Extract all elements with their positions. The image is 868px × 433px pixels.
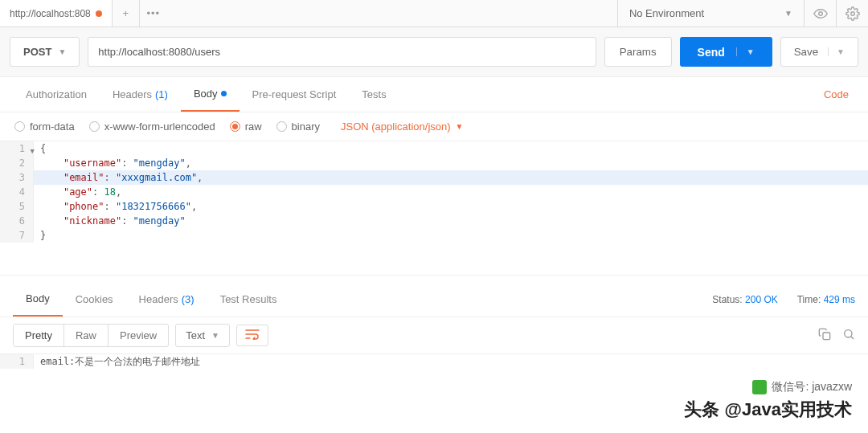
unsaved-indicator-icon	[96, 10, 102, 17]
eye-icon	[813, 6, 828, 21]
body-indicator-icon	[221, 91, 227, 96]
radio-binary[interactable]: binary	[276, 121, 320, 133]
tab-title: http://localhost:808	[10, 8, 91, 19]
request-tabs: Authorization Headers (1) Body Pre-reque…	[0, 77, 868, 112]
view-mode-group: Pretty Raw Preview	[13, 324, 169, 347]
view-pretty[interactable]: Pretty	[14, 325, 64, 346]
wrap-lines-button[interactable]	[236, 325, 268, 346]
resp-tab-headers[interactable]: Headers (3)	[126, 282, 207, 317]
copy-button[interactable]	[818, 328, 831, 344]
chevron-down-icon: ▼	[784, 9, 792, 18]
params-button[interactable]: Params	[604, 37, 672, 67]
method-label: POST	[23, 46, 51, 58]
radio-raw[interactable]: raw	[230, 121, 262, 133]
settings-button[interactable]	[836, 0, 868, 27]
chevron-down-icon: ▼	[58, 47, 66, 56]
content-type-selector[interactable]: JSON (application/json) ▼	[341, 121, 463, 133]
method-selector[interactable]: POST ▼	[10, 37, 80, 67]
response-body-editor[interactable]: 1email:不是一个合法的电子邮件地址	[0, 354, 868, 369]
top-bar: http://localhost:808 + ••• No Environmen…	[0, 0, 868, 27]
environment-label: No Environment	[629, 7, 704, 19]
search-button[interactable]	[842, 328, 855, 344]
svg-point-1	[850, 11, 854, 15]
view-preview[interactable]: Preview	[108, 325, 168, 346]
tab-overflow-button[interactable]: •••	[140, 0, 167, 27]
chevron-down-icon[interactable]: ▼	[736, 47, 755, 56]
save-button[interactable]: Save ▼	[780, 37, 858, 67]
body-type-options: form-data x-www-form-urlencoded raw bina…	[0, 112, 868, 141]
environment-selector[interactable]: No Environment ▼	[617, 0, 804, 27]
response-meta: Status: 200 OK Time: 429 ms	[712, 294, 855, 305]
request-row: POST ▼ Params Send ▼ Save ▼	[0, 27, 868, 77]
tab-headers[interactable]: Headers (1)	[100, 77, 181, 112]
resp-tab-body[interactable]: Body	[13, 282, 63, 317]
tab-authorization[interactable]: Authorization	[13, 77, 100, 112]
resp-tab-test-results[interactable]: Test Results	[207, 282, 290, 317]
radio-form-data[interactable]: form-data	[14, 121, 75, 133]
time-value: 429 ms	[824, 294, 855, 305]
copy-icon	[818, 328, 831, 341]
search-icon	[842, 328, 855, 341]
view-raw[interactable]: Raw	[64, 325, 108, 346]
tab-body[interactable]: Body	[181, 77, 240, 112]
tab-pre-request[interactable]: Pre-request Script	[240, 77, 350, 112]
save-label: Save	[794, 46, 818, 58]
status-value: 200 OK	[745, 294, 778, 305]
resp-tab-cookies[interactable]: Cookies	[63, 282, 126, 317]
gear-icon	[845, 6, 860, 21]
environment-quicklook-button[interactable]	[804, 0, 836, 27]
request-body-editor[interactable]: 1▼{ 2 "username": "mengday", 3 "email": …	[0, 141, 868, 276]
response-tabs: Body Cookies Headers (3) Test Results St…	[0, 282, 868, 317]
chevron-down-icon: ▼	[211, 331, 219, 340]
wrap-icon	[245, 329, 260, 340]
add-tab-button[interactable]: +	[113, 0, 140, 27]
svg-point-0	[818, 11, 822, 15]
svg-point-3	[845, 329, 852, 337]
code-link[interactable]: Code	[817, 88, 855, 100]
url-input[interactable]	[88, 37, 596, 67]
chevron-down-icon: ▼	[456, 122, 464, 131]
tab-tests[interactable]: Tests	[349, 77, 399, 112]
svg-rect-2	[823, 333, 830, 340]
request-tab[interactable]: http://localhost:808	[0, 0, 113, 27]
format-selector[interactable]: Text ▼	[175, 324, 230, 347]
chevron-down-icon[interactable]: ▼	[828, 47, 845, 56]
send-label: Send	[698, 46, 725, 59]
response-toolbar: Pretty Raw Preview Text ▼	[0, 317, 868, 354]
send-button[interactable]: Send ▼	[680, 37, 772, 67]
radio-urlencoded[interactable]: x-www-form-urlencoded	[89, 121, 215, 133]
